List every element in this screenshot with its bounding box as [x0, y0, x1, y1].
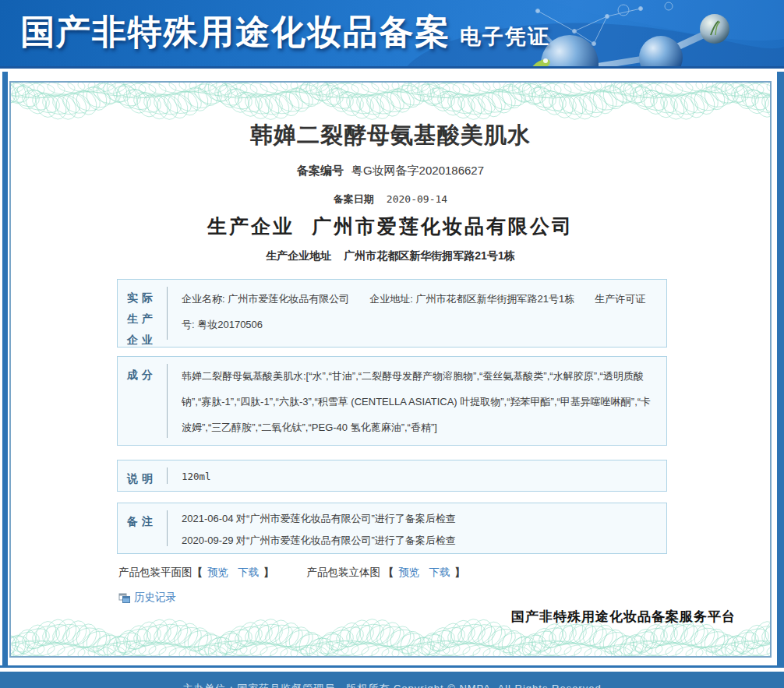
guilloche-border-top: [11, 83, 770, 120]
record-date-line: 备案日期2020-09-14: [11, 192, 770, 206]
stereo-package-label: 产品包装立体图: [307, 566, 381, 578]
right-border-strip: [777, 72, 784, 668]
row-label: 备注: [118, 503, 168, 553]
page-footer: 主办单位：国家药品监督管理局 版权所有 Copyright © NMPA. Al…: [0, 672, 784, 688]
info-row-ingredients: 成分 韩婵二裂酵母氨基酸美肌水:[“水”,“甘油”,“二裂酵母发酵产物溶胞物”,…: [117, 356, 667, 446]
row-content: 2021-06-04 对“广州市爱莲化妆品有限公司”进行了备案后检查 2020-…: [168, 503, 666, 553]
remark-line: 2021-06-04 对“广州市爱莲化妆品有限公司”进行了备案后检查: [182, 508, 654, 530]
bracket: 】: [263, 566, 274, 578]
manufacturer-address-value: 广州市花都区新华街拥军路21号1栋: [344, 249, 514, 262]
banner-subtitle: 电子凭证: [460, 25, 550, 48]
record-date-value: 2020-09-14: [387, 193, 447, 205]
manufacturer-address-line: 生产企业地址广州市花都区新华街拥军路21号1栋: [11, 249, 770, 263]
product-name: 韩婵二裂酵母氨基酸美肌水: [11, 120, 770, 151]
row-label: 说明: [118, 460, 168, 491]
banner-title: 国产非特殊用途化妆品备案: [20, 12, 450, 51]
history-record-row: 历史记录: [118, 591, 181, 605]
row-content: 企业名称: 广州市爱莲化妆品有限公司 企业地址: 广州市花都区新华街拥军路21号…: [168, 280, 666, 347]
manufacturer-address-label: 生产企业地址: [266, 249, 331, 262]
banner-heading: 国产非特殊用途化妆品备案电子凭证: [20, 9, 550, 55]
record-number-line: 备案编号粤G妆网备字2020186627: [11, 164, 770, 178]
info-row-description: 说明 120ml: [117, 460, 667, 492]
info-row-actual-manufacturer: 实际生产企业 企业名称: 广州市爱莲化妆品有限公司 企业地址: 广州市花都区新华…: [117, 279, 667, 348]
bracket: 】: [454, 566, 465, 578]
flat-package-label: 产品包装平面图: [118, 566, 192, 578]
left-border-strip: [2, 72, 8, 668]
certificate-panel: 韩婵二裂酵母氨基酸美肌水 备案编号粤G妆网备字2020186627 备案日期20…: [9, 81, 772, 658]
platform-name: 国产非特殊用途化妆品备案服务平台: [511, 608, 736, 626]
manufacturer-line: 生产企业广州市爱莲化妆品有限公司: [11, 213, 770, 239]
stereo-download-link[interactable]: 下载: [429, 566, 450, 578]
manufacturer-label: 生产企业: [207, 216, 295, 237]
row-label: 成分: [118, 357, 168, 445]
history-windows-icon: [118, 593, 130, 603]
stereo-preview-link[interactable]: 预览: [398, 566, 419, 578]
attachment-links-line: 产品包装平面图【预览下载】产品包装立体图 【预览下载】: [118, 566, 465, 580]
bracket: 【: [192, 566, 203, 578]
bottom-divider-line: [0, 665, 784, 668]
record-number-label: 备案编号: [297, 164, 344, 177]
remark-line: 2020-09-29 对“广州市爱莲化妆品有限公司”进行了备案后检查: [182, 530, 654, 552]
manufacturer-name: 广州市爱莲化妆品有限公司: [312, 216, 574, 237]
row-content: 120ml: [168, 460, 666, 491]
info-rows: 实际生产企业 企业名称: 广州市爱莲化妆品有限公司 企业地址: 广州市花都区新华…: [117, 279, 667, 554]
record-date-label: 备案日期: [334, 193, 374, 205]
record-number-value: 粤G妆网备字2020186627: [351, 164, 484, 177]
header-banner: 国产非特殊用途化妆品备案电子凭证: [0, 0, 784, 69]
footer-text: 主办单位：国家药品监督管理局 版权所有 Copyright © NMPA. Al…: [182, 682, 601, 688]
history-record-link[interactable]: 历史记录: [134, 591, 176, 605]
row-content: 韩婵二裂酵母氨基酸美肌水:[“水”,“甘油”,“二裂酵母发酵产物溶胞物”,“蚕丝…: [168, 357, 666, 445]
flat-preview-link[interactable]: 预览: [207, 566, 228, 578]
row-label: 实际生产企业: [118, 280, 168, 347]
bracket: 【: [383, 566, 394, 578]
flat-download-link[interactable]: 下载: [238, 566, 259, 578]
info-row-remarks: 备注 2021-06-04 对“广州市爱莲化妆品有限公司”进行了备案后检查 20…: [117, 503, 667, 554]
